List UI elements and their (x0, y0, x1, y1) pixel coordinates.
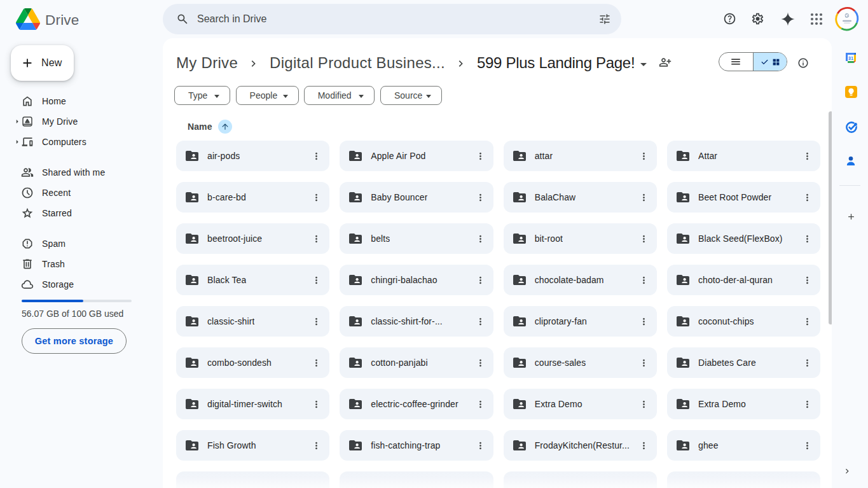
svg-text:31: 31 (848, 56, 853, 60)
